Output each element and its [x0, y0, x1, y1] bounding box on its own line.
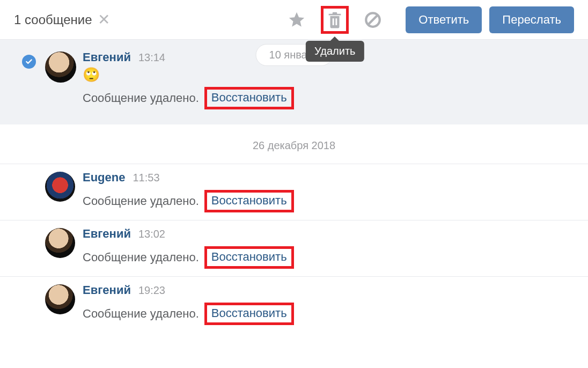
trash-icon[interactable] — [326, 11, 344, 29]
selected-check-icon[interactable] — [22, 55, 36, 69]
avatar[interactable] — [45, 228, 75, 258]
sender-name[interactable]: Eugene — [83, 171, 125, 185]
sender-name[interactable]: Евгений — [83, 283, 131, 297]
selection-count: 1 сообщение — [14, 12, 92, 27]
avatar[interactable] — [45, 284, 75, 314]
selection-toolbar: 1 сообщение ✕ Удалить Ответить Переслать — [0, 0, 588, 40]
message-emoji: 🙄 — [83, 68, 575, 82]
restore-highlight: Восстановить — [204, 87, 294, 109]
clear-selection-icon[interactable]: ✕ — [98, 12, 110, 27]
restore-highlight: Восстановить — [204, 303, 294, 325]
reply-button[interactable]: Ответить — [406, 6, 482, 33]
spam-icon[interactable] — [364, 11, 382, 29]
restore-highlight: Восстановить — [204, 246, 294, 269]
avatar[interactable] — [45, 51, 76, 83]
deleted-text: Сообщение удалено. — [83, 307, 199, 321]
forward-button[interactable]: Переслать — [489, 6, 574, 33]
deleted-text: Сообщение удалено. — [83, 251, 199, 264]
message-thread: 10 января Евгений 13:14 🙄 Сообщение удал… — [0, 40, 588, 333]
svg-line-1 — [369, 15, 378, 24]
delete-tooltip: Удалить — [306, 41, 364, 62]
deleted-text: Сообщение удалено. — [83, 91, 199, 105]
message-time: 13:02 — [138, 228, 165, 240]
delete-button-highlight: Удалить — [321, 6, 349, 34]
sender-name[interactable]: Евгений — [83, 50, 131, 64]
restore-link[interactable]: Восстановить — [211, 91, 287, 104]
message-time: 19:23 — [138, 284, 165, 297]
message-row[interactable]: Евгений 19:23 Сообщение удалено. Восстан… — [0, 276, 588, 333]
star-icon[interactable] — [288, 11, 306, 29]
restore-link[interactable]: Восстановить — [211, 250, 287, 263]
date-divider: 26 декабря 2018 — [0, 124, 588, 164]
restore-highlight: Восстановить — [204, 190, 294, 212]
restore-link[interactable]: Восстановить — [211, 194, 287, 207]
message-row[interactable]: Евгений 13:02 Сообщение удалено. Восстан… — [0, 220, 588, 276]
avatar[interactable] — [45, 172, 75, 202]
restore-link[interactable]: Восстановить — [211, 306, 287, 320]
message-row[interactable]: 10 января Евгений 13:14 🙄 Сообщение удал… — [0, 40, 588, 124]
sender-name[interactable]: Евгений — [83, 227, 131, 241]
message-row[interactable]: Eugene 11:53 Сообщение удалено. Восстано… — [0, 164, 588, 220]
deleted-text: Сообщение удалено. — [83, 194, 199, 208]
message-time: 13:14 — [138, 51, 165, 64]
message-time: 11:53 — [133, 172, 159, 184]
